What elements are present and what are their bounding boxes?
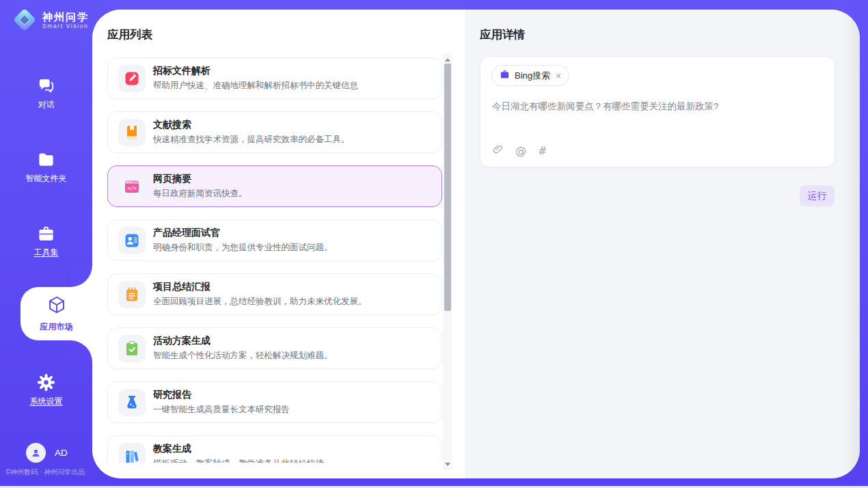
logo-diamond-icon bbox=[12, 8, 37, 32]
app-detail-panel: 应用详情 Bing搜索 × 今日湖北有哪些新闻要点？有哪些需要关注的最新政策? … bbox=[465, 10, 860, 478]
app-card-2[interactable]: 文献搜索快速精准查找学术资源，提高研究效率的必备工具。 bbox=[107, 111, 442, 153]
sidebar-item-label: 系统设置 bbox=[30, 396, 63, 407]
app-card-text: 网页摘要每日政府新闻资讯快查。 bbox=[153, 173, 247, 200]
scroll-down-icon[interactable] bbox=[443, 459, 452, 469]
sidebar-item-chat[interactable]: 对话 bbox=[0, 77, 92, 111]
pen-square-icon bbox=[118, 65, 146, 92]
close-icon[interactable]: × bbox=[556, 71, 561, 81]
sidebar-item-label: 智能文件夹 bbox=[26, 173, 67, 185]
app-name: 产品经理面试官 bbox=[153, 227, 333, 239]
clipboard-check-icon bbox=[118, 335, 146, 362]
scrollbar-thumb[interactable] bbox=[444, 64, 451, 311]
sidebar-item-toolset[interactable]: 工具集 bbox=[0, 224, 92, 258]
app-card-6[interactable]: 活动方案生成智能生成个性化活动方案，轻松解决规划难题。 bbox=[107, 327, 442, 369]
app-name: 活动方案生成 bbox=[153, 335, 333, 347]
chat-icon bbox=[37, 77, 55, 95]
app-description: 每日政府新闻资讯快查。 bbox=[153, 188, 247, 200]
briefcase-icon bbox=[37, 224, 55, 243]
hash-icon[interactable]: # bbox=[538, 144, 547, 157]
prompt-card: Bing搜索 × 今日湖北有哪些新闻要点？有哪些需要关注的最新政策? @ # bbox=[480, 56, 835, 167]
app-card-text: 教案生成模板驱动，教案秒成，教学准备从此轻松快捷 bbox=[153, 443, 324, 463]
app-window: { "app": { "logo_title": "神州问学", "logo_s… bbox=[0, 0, 868, 488]
cube-icon bbox=[46, 295, 67, 318]
sidebar-item-settings[interactable]: 系统设置 bbox=[0, 373, 92, 407]
avatar bbox=[26, 443, 46, 463]
app-card-text: 研究报告一键智能生成高质量长文本研究报告 bbox=[153, 389, 290, 416]
app-card-text: 产品经理面试官明确身份和职责，为您提供专业性的面试问题。 bbox=[153, 227, 333, 254]
notepad-icon bbox=[118, 281, 146, 308]
app-name: 研究报告 bbox=[153, 389, 290, 401]
user-initials: AD bbox=[55, 448, 68, 458]
tool-chip-bing-search[interactable]: Bing搜索 × bbox=[491, 65, 569, 86]
copyright-text: ©神州数码 · 神州问学出品 bbox=[5, 467, 85, 477]
logo-title: 神州问学 bbox=[42, 11, 89, 23]
query-input[interactable]: 今日湖北有哪些新闻要点？有哪些需要关注的最新政策? bbox=[492, 100, 820, 113]
at-icon[interactable]: @ bbox=[515, 144, 526, 157]
app-name: 招标文件解析 bbox=[153, 65, 358, 77]
app-name: 网页摘要 bbox=[153, 173, 247, 185]
sidebar-item-app-market[interactable]: 应用市场 bbox=[21, 287, 92, 340]
app-description: 全面回顾项目进展，总结经验教训，助力未来优化发展。 bbox=[153, 296, 367, 308]
app-card-1[interactable]: 招标文件解析帮助用户快速、准确地理解和解析招标书中的关键信息 bbox=[107, 57, 442, 99]
app-list-title: 应用列表 bbox=[107, 27, 152, 42]
sidebar-item-smart-folder[interactable]: 智能文件夹 bbox=[0, 150, 92, 185]
main-content-card: 应用列表 招标文件解析帮助用户快速、准确地理解和解析招标书中的关键信息文献搜索快… bbox=[92, 10, 860, 478]
books-icon bbox=[118, 443, 146, 463]
tab-curve-bottom bbox=[70, 340, 92, 362]
svg-text:</>: </> bbox=[127, 185, 137, 191]
app-description: 帮助用户快速、准确地理解和解析招标书中的关键信息 bbox=[153, 80, 358, 92]
sidebar: 神州问学 Smart Vision 应用市场 对话智能文件夹工具集系统设置 AD… bbox=[0, 0, 92, 488]
logo-subtitle: Smart Vision bbox=[42, 23, 89, 29]
attachment-toolbar: @ # bbox=[492, 144, 547, 158]
person-doc-icon bbox=[118, 227, 146, 254]
app-card-8[interactable]: 教案生成模板驱动，教案秒成，教学准备从此轻松快捷 bbox=[107, 435, 442, 463]
app-description: 明确身份和职责，为您提供专业性的面试问题。 bbox=[153, 242, 333, 254]
scroll-up-icon[interactable] bbox=[443, 55, 452, 64]
app-description: 模板驱动，教案秒成，教学准备从此轻松快捷 bbox=[153, 458, 324, 463]
book-icon bbox=[118, 119, 146, 146]
app-card-text: 招标文件解析帮助用户快速、准确地理解和解析招标书中的关键信息 bbox=[153, 65, 358, 92]
paperclip-icon[interactable] bbox=[492, 144, 504, 158]
app-list-scrollbar[interactable] bbox=[443, 53, 452, 470]
app-detail-title: 应用详情 bbox=[480, 27, 525, 42]
app-card-7[interactable]: 研究报告一键智能生成高质量长文本研究报告 bbox=[107, 381, 442, 423]
app-description: 智能生成个性化活动方案，轻松解决规划难题。 bbox=[153, 350, 333, 362]
app-name: 文献搜索 bbox=[153, 119, 350, 131]
app-card-3[interactable]: </>网页摘要每日政府新闻资讯快查。 bbox=[107, 165, 442, 207]
user-account[interactable]: AD bbox=[26, 443, 68, 463]
folder-icon bbox=[37, 150, 55, 169]
app-description: 快速精准查找学术资源，提高研究效率的必备工具。 bbox=[153, 134, 350, 146]
app-logo: 神州问学 Smart Vision bbox=[12, 8, 89, 32]
briefcase-icon bbox=[500, 69, 510, 82]
flask-icon bbox=[118, 389, 146, 416]
browser-code-icon: </> bbox=[118, 173, 146, 200]
app-description: 一键智能生成高质量长文本研究报告 bbox=[153, 404, 290, 416]
app-card-5[interactable]: 项目总结汇报全面回顾项目进展，总结经验教训，助力未来优化发展。 bbox=[107, 273, 442, 315]
app-list-panel: 应用列表 招标文件解析帮助用户快速、准确地理解和解析招标书中的关键信息文献搜索快… bbox=[92, 10, 465, 478]
tab-curve-top bbox=[70, 265, 92, 287]
gear-icon bbox=[37, 373, 55, 392]
run-button[interactable]: 运行 bbox=[800, 185, 835, 206]
app-card-text: 项目总结汇报全面回顾项目进展，总结经验教训，助力未来优化发展。 bbox=[153, 281, 367, 308]
app-name: 项目总结汇报 bbox=[153, 281, 367, 293]
app-card-text: 文献搜索快速精准查找学术资源，提高研究效率的必备工具。 bbox=[153, 119, 350, 146]
sidebar-item-label: 对话 bbox=[38, 99, 55, 111]
app-list: 招标文件解析帮助用户快速、准确地理解和解析招标书中的关键信息文献搜索快速精准查找… bbox=[107, 55, 442, 463]
sidebar-item-label: 工具集 bbox=[34, 247, 59, 258]
tool-chip-label: Bing搜索 bbox=[515, 70, 550, 82]
app-name: 教案生成 bbox=[153, 443, 324, 455]
app-card-text: 活动方案生成智能生成个性化活动方案，轻松解决规划难题。 bbox=[153, 335, 333, 362]
app-card-4[interactable]: 产品经理面试官明确身份和职责，为您提供专业性的面试问题。 bbox=[107, 219, 442, 261]
sidebar-item-label: 应用市场 bbox=[40, 321, 73, 333]
